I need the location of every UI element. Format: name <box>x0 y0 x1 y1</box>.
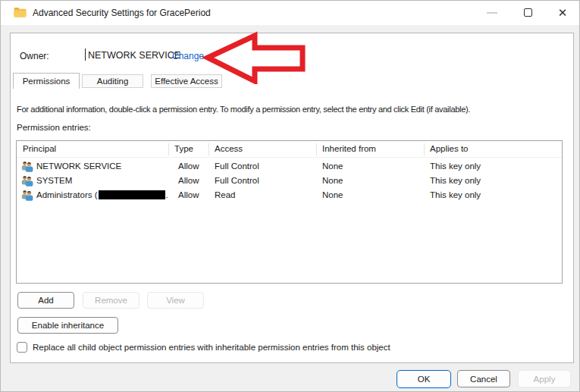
column-header-access[interactable]: Access <box>215 144 243 153</box>
replace-child-permissions-label: Replace all child object permission entr… <box>33 343 390 352</box>
column-header-inherited-from[interactable]: Inherited from <box>322 144 376 153</box>
maximize-icon <box>524 8 532 17</box>
cell-principal: SYSTEM <box>36 176 72 185</box>
principal-suffix: . <box>166 190 168 199</box>
cell-access: Full Control <box>215 162 259 171</box>
column-divider <box>208 143 209 155</box>
folder-icon <box>14 7 27 17</box>
permission-entries-list[interactable]: Principal Type Access Inherited from App… <box>16 140 563 284</box>
close-button[interactable]: ✕ <box>545 1 580 24</box>
cancel-button[interactable]: Cancel <box>457 370 510 387</box>
column-header-type[interactable]: Type <box>174 144 193 153</box>
cell-principal: Administrators (. <box>36 190 168 200</box>
tab-permissions[interactable]: Permissions <box>13 73 80 89</box>
apply-button[interactable]: Apply <box>518 370 571 387</box>
replace-child-permissions-checkbox[interactable] <box>17 342 27 353</box>
cell-access: Full Control <box>215 176 259 185</box>
table-row[interactable]: SYSTEM Allow Full Control None This key … <box>17 174 562 188</box>
cell-type: Allow <box>178 176 199 185</box>
list-header: Principal Type Access Inherited from App… <box>17 141 562 158</box>
cell-access: Read <box>215 190 236 199</box>
change-owner-link[interactable]: Change <box>172 51 204 61</box>
principal-prefix: Administrators ( <box>36 190 98 199</box>
users-group-icon <box>21 161 33 172</box>
column-header-principal[interactable]: Principal <box>23 144 56 153</box>
minimize-button[interactable] <box>475 1 509 24</box>
remove-button[interactable]: Remove <box>83 292 140 309</box>
owner-value: NETWORK SERVICE <box>88 50 180 61</box>
users-group-icon <box>21 175 33 187</box>
users-group-icon <box>21 190 33 201</box>
tab-effective-access[interactable]: Effective Access <box>151 74 222 88</box>
add-button[interactable]: Add <box>17 292 74 309</box>
cell-inherited-from: None <box>322 190 343 199</box>
cell-applies-to: This key only <box>430 190 481 199</box>
minimize-icon <box>487 12 497 14</box>
title-bar: Advanced Security Settings for GracePeri… <box>1 1 579 25</box>
redaction-box <box>99 190 165 199</box>
view-button[interactable]: View <box>147 292 204 309</box>
enable-inheritance-button[interactable]: Enable inheritance <box>17 317 118 334</box>
maximize-button[interactable] <box>510 1 545 24</box>
cell-inherited-from: None <box>322 176 343 185</box>
cell-applies-to: This key only <box>430 176 481 185</box>
table-row[interactable]: Administrators (. Allow Read None This k… <box>17 188 562 202</box>
column-divider <box>316 143 317 155</box>
column-divider <box>168 143 169 155</box>
permission-entries-label: Permission entries: <box>17 123 91 132</box>
advanced-security-settings-dialog: Advanced Security Settings for GracePeri… <box>0 0 580 392</box>
cell-applies-to: This key only <box>430 162 481 171</box>
close-icon: ✕ <box>558 7 568 18</box>
tab-auditing[interactable]: Auditing <box>82 74 143 88</box>
info-text: For additional information, double-click… <box>17 105 470 114</box>
ok-button[interactable]: OK <box>397 370 451 388</box>
column-divider <box>424 143 425 155</box>
cell-type: Allow <box>178 162 199 171</box>
cell-principal: NETWORK SERVICE <box>36 162 121 171</box>
owner-label: Owner: <box>20 51 49 61</box>
text-caret <box>85 49 86 61</box>
column-header-applies-to[interactable]: Applies to <box>430 144 469 153</box>
table-row[interactable]: NETWORK SERVICE Allow Full Control None … <box>17 159 562 174</box>
cell-type: Allow <box>178 190 199 199</box>
window-title: Advanced Security Settings for GracePeri… <box>33 1 211 25</box>
cell-inherited-from: None <box>322 162 343 171</box>
